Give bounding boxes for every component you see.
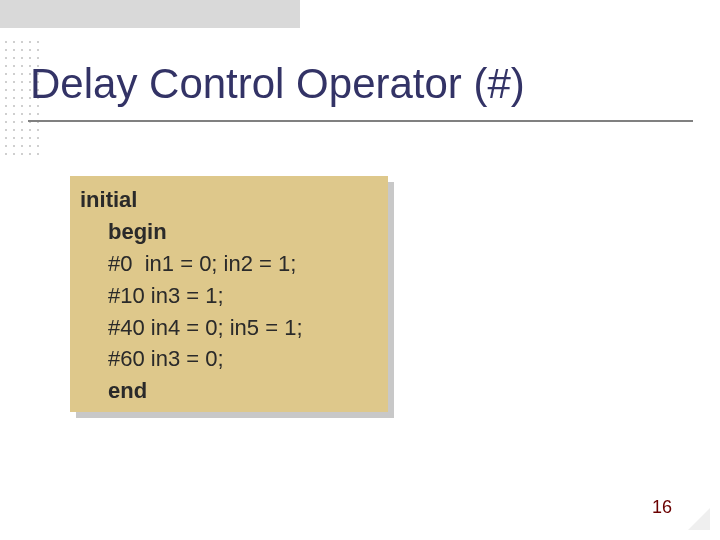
code-line-6: #60 in3 = 0; [80,343,378,375]
code-line-4: #10 in3 = 1; [80,280,378,312]
top-stripe [0,0,300,28]
slide-title: Delay Control Operator (#) [30,60,525,108]
title-underline [28,120,693,122]
corner-fold-icon [688,508,710,530]
code-line-3: #0 in1 = 0; in2 = 1; [80,248,378,280]
page-number: 16 [652,497,672,518]
code-line-7: end [80,375,378,407]
code-line-1: initial [80,184,378,216]
code-line-5: #40 in4 = 0; in5 = 1; [80,312,378,344]
code-line-2: begin [80,216,378,248]
code-box: initial begin #0 in1 = 0; in2 = 1; #10 i… [70,176,388,412]
